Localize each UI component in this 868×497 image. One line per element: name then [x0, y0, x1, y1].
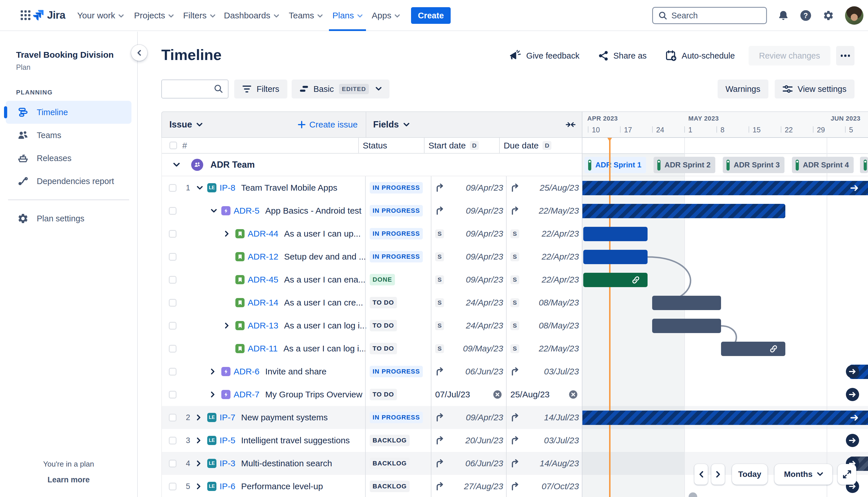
svg-text:?: ?	[804, 12, 808, 19]
